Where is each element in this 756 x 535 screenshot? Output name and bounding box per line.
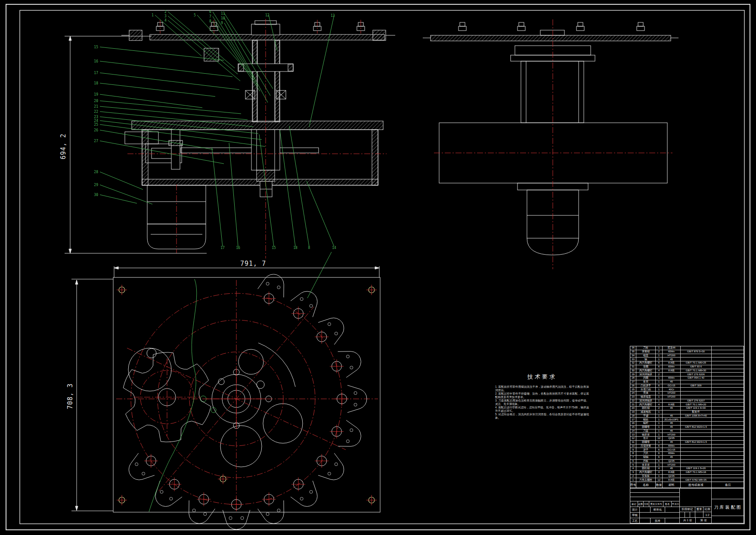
parts-cell: 圆螺母: [636, 441, 656, 444]
parts-cell: [712, 445, 744, 448]
parts-cell: HT200: [663, 354, 681, 358]
parts-cell: [712, 350, 744, 354]
approve-signature: [665, 518, 680, 524]
parts-cell: [681, 380, 712, 384]
callout-number: 24: [94, 119, 98, 123]
title-block: 标记处数分区更改文件号签名年月日 设计 标准化 审核 工艺 批准 阶段标记 重量…: [630, 488, 744, 523]
revision-header-cell: 更改文件号: [649, 501, 663, 507]
parts-cell: [681, 346, 712, 350]
parts-row: 15圆螺母145GB/T 812 M20×1.5: [630, 426, 744, 429]
parts-cell: 挡板: [636, 460, 656, 463]
parts-cell: 弹簧销: [636, 350, 656, 354]
parts-row: 16蜗杆145: [630, 422, 744, 426]
parts-cell: 1: [656, 392, 663, 395]
parts-cell: 1: [656, 346, 663, 350]
callout-leader: [100, 141, 224, 164]
parts-row: 24壳体1HT200: [630, 392, 744, 395]
revision-header-cell: 标记: [630, 501, 638, 507]
parts-cell: GB/T 119.1 6×30: [681, 407, 712, 410]
technical-requirement-line: 1. 装配前所有零件用煤油清洗干净，滚动轴承用汽油清洗，晾干后配合面涂润滑油。: [495, 385, 589, 392]
parts-cell: 2: [656, 407, 663, 410]
parts-cell: 6: [656, 460, 663, 463]
callout-number: 15: [94, 45, 98, 49]
parts-cell: 内六角螺钉: [636, 403, 656, 406]
parts-cell: 轴承座: [636, 433, 656, 436]
parts-cell: 1: [656, 358, 663, 361]
parts-cell: [712, 441, 744, 444]
parts-cell: 6: [656, 456, 663, 459]
parts-cell: 6: [656, 384, 663, 388]
callout-leader: [100, 83, 215, 96]
parts-header-cell: 图号或标准: [681, 482, 712, 488]
parts-cell: 圆柱销: [636, 407, 656, 410]
parts-cell: 65Mn: [663, 365, 681, 369]
parts-cell: 垫片: [636, 437, 656, 440]
parts-cell: [712, 437, 744, 440]
parts-cell: 内六角螺钉: [636, 369, 656, 373]
parts-cell: HT200: [663, 392, 681, 395]
parts-cell: 壳体: [636, 392, 656, 395]
design-label: 设计: [630, 507, 640, 513]
parts-cell: 深沟球轴承: [636, 373, 656, 376]
parts-cell: 6: [656, 452, 663, 455]
callout-leader: [100, 61, 232, 77]
parts-cell: 1: [656, 433, 663, 436]
parts-row: 25分度凸轮140Cr: [630, 388, 744, 392]
parts-cell: 端盖: [636, 354, 656, 358]
parts-row: 21内六角螺钉48.8级GB/T 70.1 M6×20: [630, 403, 744, 407]
technical-requirements: 技术要求 1. 装配前所有零件用煤油清洗干净，滚动轴承用汽油清洗，晾干后配合面涂…: [495, 373, 589, 420]
parts-cell: [681, 388, 712, 391]
parts-cell: 5: [630, 463, 636, 467]
parts-cell: 圆柱销: [636, 467, 656, 470]
parts-cell: [681, 448, 712, 451]
callout-number: 10: [221, 16, 225, 20]
parts-cell: [663, 411, 681, 414]
revision-row: [630, 493, 680, 497]
revision-header-cell: 处数: [638, 501, 644, 507]
parts-cell: 19: [630, 411, 636, 414]
callout-number: 20: [94, 99, 98, 103]
callout-leader: [100, 172, 143, 190]
parts-cell: [681, 463, 712, 467]
parts-cell: [681, 437, 712, 440]
parts-cell: 1: [656, 429, 663, 433]
parts-cell: 1: [656, 422, 663, 425]
parts-cell: 8.8级: [663, 403, 681, 406]
parts-cell: [681, 445, 712, 448]
callout-number: 25: [94, 123, 98, 127]
technical-requirement-line: 2. 装配过程中零件不得磕碰、划伤，各配合面按图示尺寸要求装配，保证装配精度及有…: [495, 392, 589, 399]
callout-leader: [289, 126, 309, 246]
parts-cell: HT200: [663, 395, 681, 399]
parts-cell: 1: [656, 441, 663, 444]
parts-cell: 8.8级: [663, 369, 681, 373]
parts-cell: 内六角螺钉: [636, 361, 656, 365]
parts-row: 19减速电机1配套件: [630, 411, 744, 414]
parts-cell: 23: [630, 395, 636, 399]
callout-number: 16: [236, 246, 240, 250]
parts-cell: Q235: [663, 437, 681, 440]
parts-cell: 滚子: [636, 448, 656, 451]
parts-cell: HT200: [663, 463, 681, 467]
parts-cell: 刀爪: [636, 452, 656, 455]
parts-cell: GB/T 70.1 M6×25: [681, 361, 712, 365]
callout-number: 22: [94, 110, 98, 114]
callout-number: 11: [221, 12, 225, 16]
parts-cell: 蜗杆: [636, 422, 656, 425]
parts-cell: 4: [656, 467, 663, 470]
parts-row: 20圆柱销245GB/T 119.1 6×30: [630, 407, 744, 411]
parts-cell: 套筒: [636, 380, 656, 384]
parts-cell: [681, 418, 712, 421]
parts-cell: 45: [663, 429, 681, 433]
parts-cell: 18: [630, 414, 636, 418]
side-view: [423, 22, 679, 255]
parts-cell: [712, 358, 744, 361]
parts-cell: 32: [630, 361, 636, 365]
parts-cell: [712, 460, 744, 463]
parts-cell: [712, 403, 744, 406]
parts-cell: GCr15: [663, 448, 681, 451]
parts-cell: [681, 354, 712, 358]
parts-cell: 31: [630, 365, 636, 369]
parts-cell: 65Mn: [663, 350, 681, 354]
parts-cell: [712, 395, 744, 399]
break-line-spline: [149, 252, 332, 512]
